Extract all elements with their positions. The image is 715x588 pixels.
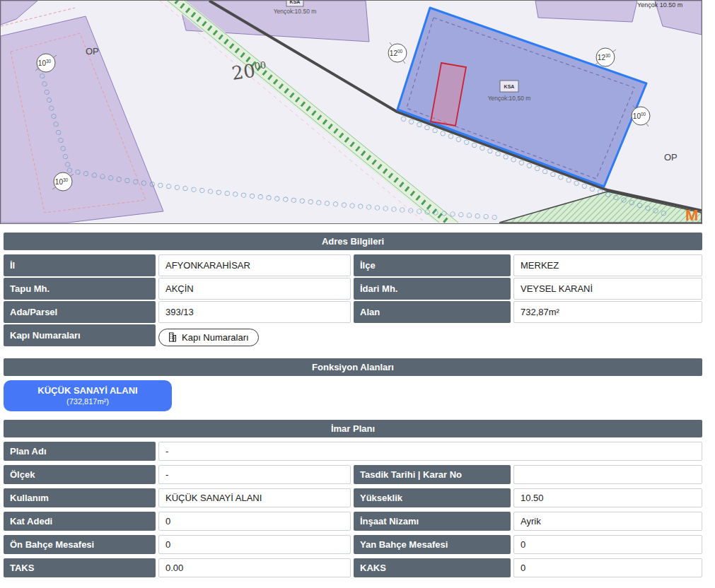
olcek-value: -: [158, 465, 351, 484]
svg-text:Yençok:10,50 m: Yençok:10,50 m: [488, 95, 531, 102]
zoning-map[interactable]: ○○○○○○○○○○○○○○○○○○○○○○○○○○○○○○○○○○○○○○○○…: [0, 0, 702, 224]
function-area-button[interactable]: KÜÇÜK SANAYİ ALANI (732,817m²): [4, 380, 172, 411]
yukseklik-value: 10.50: [513, 488, 702, 507]
plan-adi-label: Plan Adı: [4, 442, 156, 461]
kat-adedi-label: Kat Adedi: [4, 512, 156, 531]
table-row: Kullanım KÜÇÜK SANAYİ ALANI Yükseklik 10…: [4, 488, 702, 507]
tasdik-tarihi-karar-no-label: Tasdik Tarihi | Karar No: [354, 465, 511, 484]
kapi-numaralari-button-label: Kapı Numaraları: [182, 332, 249, 343]
insaat-nizami-label: İnşaat Nizamı: [354, 512, 511, 531]
function-area-size: (732,817m²): [4, 396, 172, 406]
on-bahce-mesafesi-value: 0: [158, 535, 351, 554]
info-panel: Adres Bilgileri İl AFYONKARAHİSAR İlçe M…: [4, 224, 702, 582]
il-value: AFYONKARAHİSAR: [158, 254, 351, 276]
op-label: OP: [86, 46, 99, 57]
plan-adi-value: -: [158, 442, 702, 461]
page: ○○○○○○○○○○○○○○○○○○○○○○○○○○○○○○○○○○○○○○○○…: [0, 0, 715, 588]
kapi-numaralari-cell: Kapı Numaraları: [158, 324, 702, 350]
svg-text:KSA: KSA: [290, 1, 301, 4]
yukseklik-label: Yükseklik: [354, 488, 511, 507]
tapu-mh-value: AKÇİN: [158, 278, 351, 300]
ilce-value: MERKEZ: [513, 254, 702, 276]
kullanim-value: KÜÇÜK SANAYİ ALANI: [158, 488, 351, 507]
function-area-name: KÜÇÜK SANAYİ ALANI: [4, 384, 172, 396]
kaks-label: KAKS: [354, 558, 511, 577]
ilce-label: İlçe: [354, 254, 511, 276]
tasdik-tarihi-karar-no-value: [513, 465, 702, 484]
kaks-value: 0: [513, 558, 702, 577]
alan-value: 732,87m²: [513, 301, 702, 323]
op-label: OP: [664, 152, 678, 163]
kapi-numaralari-button[interactable]: Kapı Numaraları: [158, 329, 259, 346]
ada-parsel-value: 393/13: [158, 301, 351, 323]
table-row: Ada/Parsel 393/13 Alan 732,87m²: [4, 301, 702, 323]
yan-bahce-mesafesi-label: Yan Bahçe Mesafesi: [354, 535, 511, 554]
table-row: Plan Adı -: [4, 442, 702, 461]
section-header-adres-bilgileri: Adres Bilgileri: [4, 233, 702, 250]
insaat-nizami-value: Ayrik: [513, 512, 702, 531]
alan-label: Alan: [354, 301, 511, 323]
table-row: Ölçek - Tasdik Tarihi | Karar No: [4, 465, 702, 484]
svg-text:KSA: KSA: [504, 84, 515, 89]
svg-text:Yençok:10.50 m: Yençok:10.50 m: [274, 8, 317, 15]
table-row: Tapu Mh. AKÇİN İdari Mh. VEYSEL KARANİ: [4, 278, 702, 300]
imar-plani-section: İmar Planı Plan Adı - Ölçek - Tasdik Tar…: [4, 420, 702, 577]
kapi-numaralari-label: Kapı Numaraları: [4, 324, 156, 346]
taks-label: TAKS: [4, 558, 156, 577]
il-label: İl: [4, 254, 156, 276]
tapu-mh-label: Tapu Mh.: [4, 278, 156, 300]
building-icon: [168, 332, 177, 342]
table-row: Ön Bahçe Mesafesi 0 Yan Bahçe Mesafesi 0: [4, 535, 702, 554]
olcek-label: Ölçek: [4, 465, 156, 484]
table-row: İl AFYONKARAHİSAR İlçe MERKEZ: [4, 254, 702, 276]
table-row: Kat Adedi 0 İnşaat Nizamı Ayrik: [4, 512, 702, 531]
idari-mh-value: VEYSEL KARANİ: [513, 278, 702, 300]
idari-mh-label: İdari Mh.: [354, 278, 511, 300]
taks-value: 0.00: [158, 558, 351, 577]
section-header-fonksiyon-alanlari: Fonksiyon Alanları: [4, 358, 702, 376]
table-row: TAKS 0.00 KAKS 0: [4, 558, 702, 577]
yan-bahce-mesafesi-value: 0: [513, 535, 702, 554]
table-row: Kapı Numaraları Kapı Numaraları: [4, 324, 702, 350]
kullanim-label: Kullanım: [4, 488, 156, 507]
kat-adedi-value: 0: [158, 512, 351, 531]
map-logo[interactable]: M: [685, 206, 698, 223]
yencok-top-right-label: Yençok 10.50 m: [637, 1, 682, 8]
section-header-imar-plani: İmar Planı: [4, 420, 702, 437]
on-bahce-mesafesi-label: Ön Bahçe Mesafesi: [4, 535, 156, 554]
ada-parsel-label: Ada/Parsel: [4, 301, 156, 323]
